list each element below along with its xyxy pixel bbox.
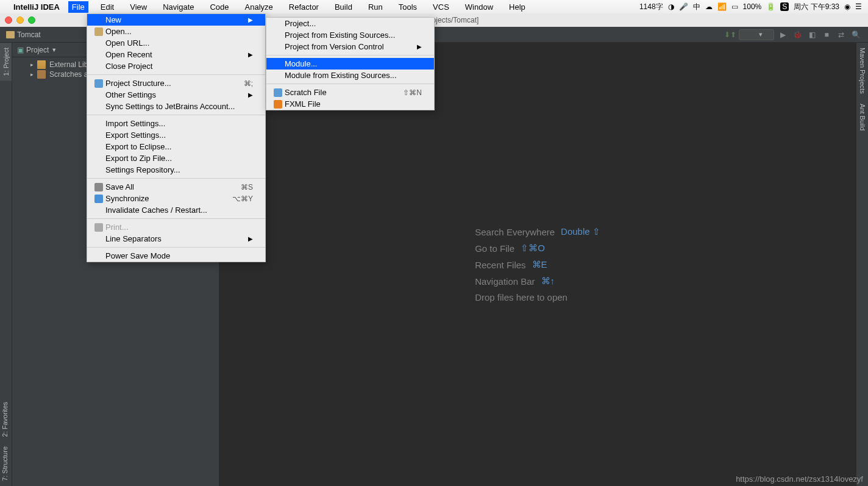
hint-shortcut: Double ⇧ — [561, 226, 600, 237]
menu-item-label: Export to Eclipse... — [105, 142, 171, 151]
app-name[interactable]: IntelliJ IDEA — [13, 2, 60, 12]
menu-separator — [87, 178, 265, 179]
run-config-select[interactable]: ▾ — [739, 29, 774, 40]
menu-item-open-url[interactable]: Open URL... — [87, 37, 265, 49]
menu-item-label: Open Recent — [105, 50, 152, 59]
hint-label: Go to File — [475, 243, 514, 254]
menubar-file[interactable]: File — [68, 1, 88, 13]
minimize-window-button[interactable] — [16, 16, 24, 24]
menu-shortcut: ⌥⌘Y — [232, 195, 253, 203]
menu-item-sync-settings-to-jetbrains-account[interactable]: Sync Settings to JetBrains Account... — [87, 101, 265, 112]
tab-favorites[interactable]: 2: Favorites — [0, 397, 10, 441]
hint-label: Search Everywhere — [475, 227, 555, 237]
menubar-vcs[interactable]: VCS — [429, 1, 453, 13]
menu-item-label: Line Separators — [105, 234, 162, 243]
menu-item-scratch-file[interactable]: Scratch File⇧⌘N — [266, 87, 434, 98]
menu-item-label: Project Structure... — [105, 79, 171, 88]
menu-item-fxml-file[interactable]: FXML File — [266, 98, 434, 110]
menu-item-label: Sync Settings to JetBrains Account... — [105, 102, 235, 111]
menu-item-export-settings[interactable]: Export Settings... — [87, 129, 265, 141]
new-submenu-dropdown: Project...Project from Existing Sources.… — [266, 17, 435, 110]
menu-item-label: New — [105, 15, 121, 24]
menu-item-print: Print... — [87, 221, 265, 233]
display-icon: ▭ — [731, 2, 738, 11]
hint-label: Drop files here to open — [475, 292, 567, 302]
menu-item-export-to-zip-file[interactable]: Export to Zip File... — [87, 152, 265, 164]
menubar-code[interactable]: Code — [206, 1, 232, 13]
menubar-refactor[interactable]: Refactor — [285, 1, 322, 13]
menubar-run[interactable]: Run — [365, 1, 386, 13]
file-menu-dropdown: New▶Open...Open URL...Open Recent▶Close … — [87, 13, 266, 262]
debug-icon[interactable]: 🐞 — [791, 29, 803, 40]
notification-icon[interactable]: ☰ — [855, 2, 862, 11]
ime-icon: 中 — [693, 2, 700, 12]
menu-item-module[interactable]: Module... — [266, 58, 434, 70]
chevron-down-icon[interactable]: ▼ — [51, 47, 57, 53]
breadcrumb[interactable]: Tomcat — [2, 30, 41, 39]
menubar-navigate[interactable]: Navigate — [159, 1, 197, 13]
menubar-help[interactable]: Help — [505, 1, 529, 13]
menu-item-save-all[interactable]: Save All⌘S — [87, 181, 265, 193]
search-icon[interactable]: 🔍 — [850, 29, 862, 40]
panel-icon: ▣ — [17, 46, 24, 54]
tab-maven[interactable]: Maven Projects — [856, 43, 868, 99]
menu-item-line-separators[interactable]: Line Separators▶ — [87, 233, 265, 245]
status-icon: ◑ — [668, 2, 674, 11]
tab-project[interactable]: 1: Project — [0, 43, 12, 80]
save-icon — [94, 183, 103, 191]
run-icon[interactable]: ▶ — [777, 29, 789, 40]
submenu-arrow-icon: ▶ — [248, 51, 253, 58]
hint-shortcut: ⌘E — [532, 259, 547, 270]
hint-shortcut: ⌘↑ — [541, 276, 555, 287]
menu-item-project-from-version-control[interactable]: Project from Version Control▶ — [266, 41, 434, 52]
menu-item-label: Settings Repository... — [105, 165, 180, 174]
menu-item-close-project[interactable]: Close Project — [87, 60, 265, 72]
menubar-tools[interactable]: Tools — [395, 1, 421, 13]
battery-icon: 🔋 — [766, 2, 775, 11]
ime-status: 1148字 — [639, 2, 663, 12]
menu-item-synchronize[interactable]: Synchronize⌥⌘Y — [87, 193, 265, 204]
maximize-window-button[interactable] — [28, 16, 35, 24]
menu-item-label: Open... — [105, 27, 132, 36]
menubar-window[interactable]: Window — [461, 1, 497, 13]
build-icon[interactable]: ⬇⬆ — [724, 29, 736, 40]
siri-icon[interactable]: ◉ — [844, 2, 850, 11]
menu-item-invalidate-caches-restart[interactable]: Invalidate Caches / Restart... — [87, 204, 265, 216]
menu-item-label: Open URL... — [105, 38, 149, 48]
menu-item-icon-slot — [274, 88, 285, 97]
menu-item-project[interactable]: Project... — [266, 18, 434, 29]
menu-item-project-from-existing-sources[interactable]: Project from Existing Sources... — [266, 29, 434, 41]
submenu-arrow-icon: ▶ — [248, 235, 253, 242]
coverage-icon[interactable]: ◧ — [806, 29, 818, 40]
submenu-arrow-icon: ▶ — [417, 43, 422, 50]
menu-item-label: Export Settings... — [105, 130, 166, 140]
menu-item-module-from-existing-sources[interactable]: Module from Existing Sources... — [266, 70, 434, 81]
hint-shortcut: ⇧⌘O — [521, 243, 545, 254]
s-icon: S — [780, 2, 789, 11]
menu-item-other-settings[interactable]: Other Settings▶ — [87, 89, 265, 101]
menu-separator — [266, 55, 434, 55]
menu-item-label: Close Project — [105, 62, 152, 71]
menu-separator — [87, 247, 265, 248]
menu-item-export-to-eclipse[interactable]: Export to Eclipse... — [87, 141, 265, 152]
menu-item-project-structure[interactable]: Project Structure...⌘; — [87, 77, 265, 89]
panel-title[interactable]: Project — [26, 46, 49, 54]
menubar-analyze[interactable]: Analyze — [241, 1, 277, 13]
menubar-edit[interactable]: Edit — [97, 1, 118, 13]
menu-item-open[interactable]: Open... — [87, 26, 265, 37]
submenu-arrow-icon: ▶ — [248, 91, 253, 98]
right-tool-gutter: Maven Projects Ant Build — [856, 43, 868, 486]
menu-item-new[interactable]: New▶ — [87, 14, 265, 26]
menu-item-import-settings[interactable]: Import Settings... — [87, 118, 265, 129]
menu-item-power-save-mode[interactable]: Power Save Mode — [87, 250, 265, 262]
menu-item-label: Project from Version Control — [285, 42, 384, 51]
close-window-button[interactable] — [5, 16, 12, 24]
tab-structure[interactable]: 7: Structure — [0, 441, 10, 486]
vcs-icon[interactable]: ⇄ — [835, 29, 847, 40]
menu-item-settings-repository[interactable]: Settings Repository... — [87, 164, 265, 176]
tab-ant[interactable]: Ant Build — [856, 99, 868, 135]
menu-item-open-recent[interactable]: Open Recent▶ — [87, 49, 265, 60]
menubar-view[interactable]: View — [126, 1, 151, 13]
stop-icon[interactable]: ■ — [820, 29, 833, 40]
menubar-build[interactable]: Build — [331, 1, 356, 13]
